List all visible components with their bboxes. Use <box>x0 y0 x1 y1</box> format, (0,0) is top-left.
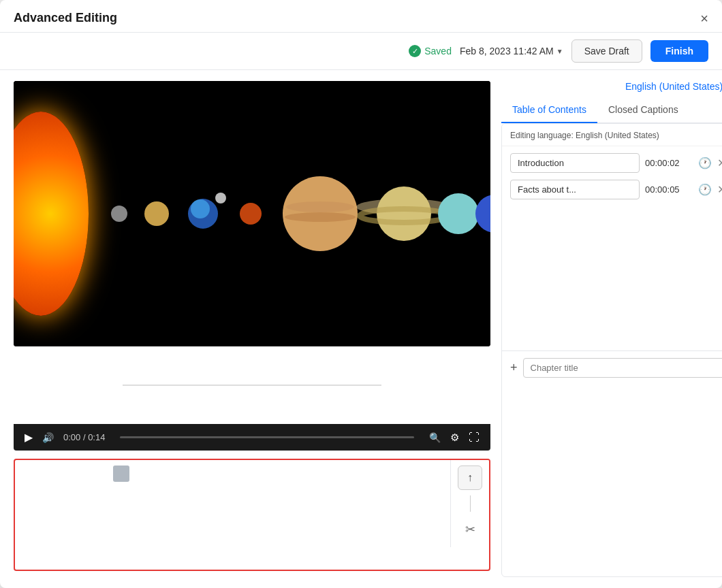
uranus <box>438 193 479 234</box>
toolbar-row: ✓ Saved Feb 8, 2023 11:42 AM ▼ Save Draf… <box>0 33 722 70</box>
clock-icon-2[interactable]: 🕐 <box>698 183 712 196</box>
video-controls: 0:00 / 0:14 <box>14 424 490 451</box>
timeline-up-button[interactable]: ↑ <box>458 466 482 490</box>
table-row: 00:00:05 🕐 ✕ <box>510 180 722 199</box>
add-chapter-row: + <box>502 350 722 385</box>
saved-label: Saved <box>424 46 452 56</box>
timeline-thumb[interactable] <box>113 466 129 482</box>
editing-language-label: Editing language: English (United States… <box>502 124 722 146</box>
saved-check-icon: ✓ <box>409 45 421 57</box>
new-chapter-input[interactable] <box>523 358 722 378</box>
save-draft-button[interactable]: Save Draft <box>571 39 642 63</box>
moon <box>215 193 226 203</box>
timeline-area: ↑ ✂ <box>14 459 490 571</box>
scrubber-bar[interactable] <box>120 436 414 438</box>
finish-button[interactable]: Finish <box>650 40 708 62</box>
delete-chapter-button-1[interactable]: ✕ <box>717 157 722 169</box>
tab-cc-label: Closed Captions <box>608 104 678 115</box>
saved-badge: ✓ Saved <box>409 45 452 57</box>
close-button[interactable]: × <box>700 12 708 25</box>
language-label: English (United States) <box>625 81 722 92</box>
add-chapter-icon[interactable]: + <box>510 361 518 375</box>
datetime-selector[interactable]: Feb 8, 2023 11:42 AM ▼ <box>460 46 563 56</box>
play-button[interactable] <box>25 431 33 444</box>
language-selector: English (United States) ▼ <box>501 81 722 92</box>
content-area: 0:00 / 0:14 <box>0 70 722 588</box>
timeline-strip-wrapper <box>15 460 450 485</box>
settings-button[interactable] <box>450 431 459 444</box>
volume-icon <box>42 431 54 444</box>
right-panel: English (United States) ▼ Table of Conte… <box>501 81 722 577</box>
toc-panel: Editing language: English (United States… <box>501 123 722 577</box>
datetime-chevron-icon: ▼ <box>556 48 563 55</box>
venus <box>144 201 169 226</box>
language-button[interactable]: English (United States) ▼ <box>625 81 722 92</box>
modal-header: Advanced Editing × <box>0 0 722 33</box>
play-icon <box>25 431 33 444</box>
chapter-title-input-2[interactable] <box>510 180 640 199</box>
video-display <box>14 81 490 346</box>
tab-table-of-contents[interactable]: Table of Contents <box>501 97 597 123</box>
mars <box>240 203 262 225</box>
advanced-editing-modal: Advanced Editing × ✓ Saved Feb 8, 2023 1… <box>0 0 722 588</box>
timeline-actions: ↑ ✂ <box>450 460 489 547</box>
datetime-label: Feb 8, 2023 11:42 AM <box>460 46 554 56</box>
tabs-row: Table of Contents Closed Captions <box>501 97 722 123</box>
search-ctrl-button[interactable] <box>429 431 441 444</box>
subtitle-line <box>123 385 381 386</box>
chapter-time-1: 00:00:02 <box>645 158 693 168</box>
delete-chapter-button-2[interactable]: ✕ <box>717 183 722 196</box>
tab-toc-label: Table of Contents <box>512 104 586 115</box>
search-ctrl-icon <box>429 431 441 444</box>
clock-icon-1[interactable]: 🕐 <box>698 157 712 169</box>
jupiter-band2 <box>285 212 356 222</box>
fullscreen-icon <box>469 431 480 444</box>
saturn <box>377 186 431 241</box>
table-row: 00:00:02 🕐 ✕ <box>510 153 722 173</box>
gear-icon <box>450 431 459 444</box>
video-frame <box>14 81 490 346</box>
neptune <box>475 195 490 233</box>
tab-closed-captions[interactable]: Closed Captions <box>597 97 689 123</box>
chapter-time-2: 00:00:05 <box>645 184 693 195</box>
chapter-title-input-1[interactable] <box>510 153 640 173</box>
earth-highlight <box>191 199 210 218</box>
volume-button[interactable] <box>42 431 54 444</box>
time-display: 0:00 / 0:14 <box>63 432 105 442</box>
timeline-divider <box>470 495 471 512</box>
chapter-list: 00:00:02 🕐 ✕ 00:00:05 🕐 ✕ <box>502 146 722 350</box>
subtitle-area <box>14 355 490 416</box>
up-icon: ↑ <box>467 472 473 484</box>
scissors-button[interactable]: ✂ <box>458 517 482 542</box>
scissors-icon: ✂ <box>465 522 475 537</box>
planets-svg <box>14 81 490 346</box>
mercury <box>111 206 127 222</box>
jupiter-band1 <box>286 201 354 212</box>
fullscreen-button[interactable] <box>469 431 480 444</box>
left-panel: 0:00 / 0:14 <box>14 81 490 577</box>
modal-title: Advanced Editing <box>14 11 117 25</box>
